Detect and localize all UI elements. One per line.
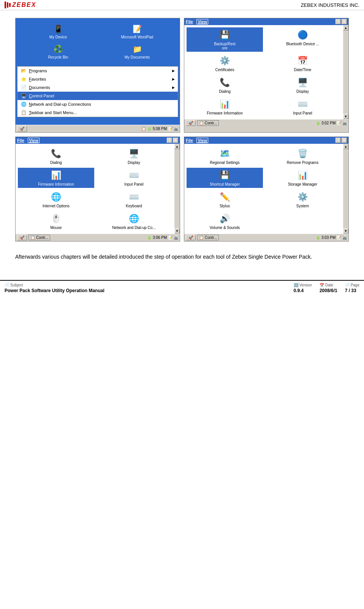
cp-window-controls: ? ✕ — [336, 19, 347, 24]
cp-item-system-br[interactable]: ⚙️ System — [264, 189, 341, 210]
menu-item-network[interactable]: 🌐 Network and Dial-up Connections — [17, 100, 178, 108]
screenshot-bottom-left: File View ? ✕ 📞 Dialing 🖥️ — [15, 137, 180, 242]
start-icon: 🚀 — [20, 127, 24, 131]
cp-item-datetime[interactable]: 📅 Date/Time — [264, 53, 341, 73]
menu-item-controlpanel[interactable]: 🖥️ Control Panel — [17, 92, 178, 100]
cp-view-menu-br[interactable]: View — [196, 138, 208, 143]
footer-version: 🔢 Version 0.9.4 — [294, 283, 312, 293]
dialing-tr-label: Dialing — [219, 89, 231, 94]
documents-arrow: ▶ — [172, 86, 175, 89]
bluetooth-label: Bluetooth Device ... — [286, 42, 319, 46]
cp-item-keyboard-bl[interactable]: ⌨️ Keyboard — [96, 189, 172, 210]
cp-items-bottom-left: 📞 Dialing 🖥️ Display 📊 Firmware Informat… — [16, 144, 174, 234]
cp-file-menu-br[interactable]: File — [186, 138, 193, 143]
cp-help-button-bl[interactable]: ? — [167, 138, 172, 143]
cp-titlebar-bottom-left: File View ? ✕ — [16, 137, 180, 144]
system-br-icon: ⚙️ — [297, 191, 309, 203]
cp-item-shortcut-br[interactable]: 💾 Shortcut Manager — [187, 168, 263, 188]
cp-item-inputpanel-bl[interactable]: ⌨️ Input Panel — [96, 168, 172, 188]
internet-bl-label: Internet Options — [43, 204, 70, 208]
scroll-thumb-top-right — [343, 30, 348, 114]
cp-items-bottom-right: 🗺️ Regional Settings 🗑️ Remove Programs … — [184, 144, 343, 234]
page-label: 📄 Page — [345, 283, 359, 287]
programs-icon: 📂 — [21, 68, 27, 74]
documents-label: Documents — [29, 85, 50, 90]
scroll-down-bl[interactable]: ▼ — [174, 228, 180, 234]
tr-icons: 🔋 — [316, 121, 320, 125]
taskbar-right-area: 📋 🔋 5:08 PM 📝 🖨️ — [141, 127, 178, 131]
cp-item-firmware-tr[interactable]: 📊 Firmware Information — [187, 97, 263, 117]
cp-item-volume-br[interactable]: 🔊 Volume & Sounds — [187, 211, 263, 231]
mydocs-label: My Documents — [125, 55, 150, 59]
cp-item-remove-br[interactable]: 🗑️ Remove Programs — [264, 146, 341, 166]
start-btn-tr[interactable]: 🚀 — [186, 120, 196, 126]
cp-item-display-bl[interactable]: 🖥️ Display — [96, 146, 172, 166]
start-btn-bl[interactable]: 🚀 — [17, 235, 27, 240]
cp-file-menu-bl[interactable]: File — [17, 138, 24, 143]
start-btn-br[interactable]: 🚀 — [186, 235, 196, 240]
cp-close-button[interactable]: ✕ — [342, 19, 347, 24]
taskbar-icon: 📋 — [21, 110, 27, 116]
cp-item-dialing-bl[interactable]: 📞 Dialing — [18, 146, 94, 166]
taskbar-bottom-right: 🚀 📋 Contr... 🔋 3:03 PM 📝 🖨️ — [184, 234, 348, 241]
programs-label: Programs — [29, 68, 47, 73]
cp-item-dialing-tr[interactable]: 📞 Dialing — [187, 75, 263, 95]
cp-item-bluetooth[interactable]: 🔵 Bluetooth Device ... — [264, 27, 341, 52]
scroll-up-br[interactable]: ▲ — [343, 144, 348, 149]
cp-item-internet-bl[interactable]: 🌐 Internet Options — [18, 189, 94, 210]
menu-item-taskbar[interactable]: 📋 Taskbar and Start Menu... — [17, 108, 178, 117]
datetime-label: Date/Time — [294, 68, 312, 72]
cp-item-regional-br[interactable]: 🗺️ Regional Settings — [187, 146, 263, 166]
cp-item-display-tr[interactable]: 🖥️ Display — [264, 75, 341, 95]
contr-btn-bl[interactable]: 📋 Contr... — [28, 235, 50, 240]
cp-item-storage-br[interactable]: 📊 Storage Manager — [264, 168, 341, 188]
volume-br-icon: 🔊 — [219, 213, 231, 225]
cp-file-menu[interactable]: File — [186, 19, 193, 24]
footer-page: 📄 Page 7 / 33 — [345, 283, 359, 293]
scroll-up-bl[interactable]: ▲ — [174, 144, 180, 149]
taskbar-icons: 📋 🔋 — [141, 127, 152, 131]
menu-item-programs[interactable]: 📂 Programs ▶ — [17, 67, 178, 75]
contr-btn-br[interactable]: 📋 Contr... — [197, 235, 219, 240]
cp-scrollbar-bottom-right: ▲ ▼ — [343, 144, 348, 234]
start-button[interactable]: 🚀 — [17, 126, 27, 132]
subject-value: Power Pack Software Utility Operation Ma… — [5, 288, 286, 293]
cp-close-button-bl[interactable]: ✕ — [173, 138, 178, 143]
contr-btn-tr[interactable]: 📋 Contr... — [197, 120, 219, 126]
inputpanel-tr-icon: ⌨️ — [297, 98, 309, 110]
network-bl-icon: 🌐 — [128, 213, 140, 225]
cp-view-menu-bl[interactable]: View — [28, 138, 40, 143]
cp-item-stylus-br[interactable]: ✏️ Stylus — [187, 189, 263, 210]
cp-item-mouse-bl[interactable]: 🖱️ Mouse — [18, 211, 94, 231]
cp-help-button-br[interactable]: ? — [336, 138, 341, 143]
taskbar-left-bl: 🚀 📋 Contr... — [17, 235, 50, 240]
menu-item-documents[interactable]: 📄 Documents ▶ — [17, 83, 178, 92]
cp-window-controls-br: ? ✕ — [336, 138, 347, 143]
cp-item-inputpanel-tr[interactable]: ⌨️ Input Panel — [264, 97, 341, 117]
cp-item-backup[interactable]: 💾 Backup/Restore — [187, 27, 263, 52]
date-icon: 📅 — [320, 283, 324, 287]
page-footer: 📄 Subject Power Pack Software Utility Op… — [0, 280, 364, 296]
mydevice-label: My Device — [49, 35, 67, 39]
display-bl-label: Display — [128, 161, 140, 165]
cp-item-network-bl[interactable]: 🌐 Network and Dial-up Co... — [96, 211, 172, 231]
scroll-down-top-right[interactable]: ▼ — [343, 114, 348, 119]
footer-date: 📅 Date 2008/6/1 — [320, 283, 337, 293]
certificates-label: Certificates — [215, 68, 234, 72]
recycle-label: Recycle Bin — [48, 55, 68, 59]
cp-title-text-br: File View — [186, 138, 208, 143]
scroll-up-top-right[interactable]: ▲ — [343, 25, 348, 30]
system-br-label: System — [296, 204, 309, 208]
cp-close-button-br[interactable]: ✕ — [342, 138, 347, 143]
version-label: 🔢 Version — [294, 283, 312, 287]
taskbar-time-top-left: 5:08 PM — [153, 127, 167, 131]
scroll-down-br[interactable]: ▼ — [343, 228, 348, 234]
cp-item-certificates[interactable]: ⚙️ Certificates — [187, 53, 263, 73]
desktop-icon-mydocs: 📁 My Documents — [98, 42, 176, 61]
cp-view-menu[interactable]: View — [196, 19, 208, 24]
cp-item-firmware-bl[interactable]: 📊 Firmware Information — [18, 168, 94, 188]
taskbar-right-br: 🔋 3:03 PM 📝 🖨️ — [316, 235, 347, 240]
taskbar-right-bl: 🔋 3:06 PM 📝 🖨️ — [147, 235, 178, 240]
menu-item-favorites[interactable]: ⭐ Favorites ▶ — [17, 75, 178, 83]
cp-help-button[interactable]: ? — [336, 19, 341, 24]
